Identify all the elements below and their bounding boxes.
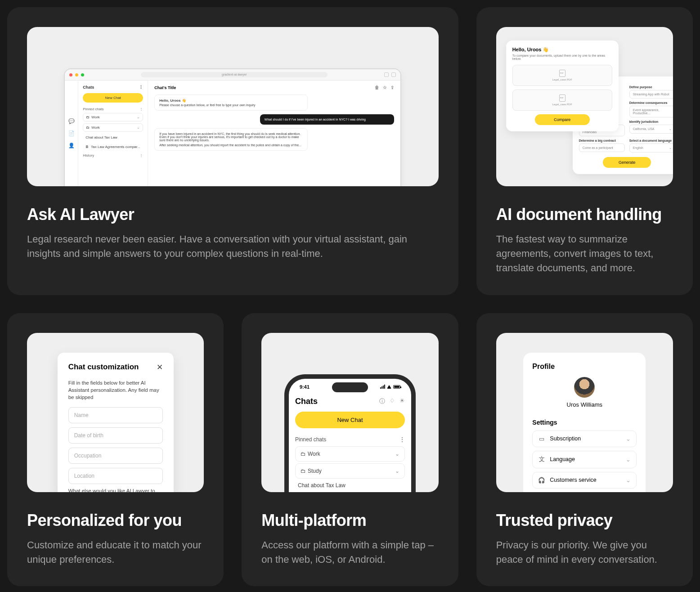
setting-label: Subscription (550, 435, 581, 442)
trash-icon[interactable]: 🗑 (375, 85, 379, 90)
card-privacy: Profile Uros Williams Settings ▭ Subscri… (476, 313, 693, 587)
sidebar-item-label: Tax Law Agreements compar... (91, 145, 140, 149)
sidebar-item-agreements[interactable]: 🗎 Tax Law Agreements compar... (83, 143, 143, 151)
document-icon: 📄 (68, 130, 75, 136)
form-value: Event appearance, Productive... (633, 108, 672, 115)
chat-item[interactable]: Chat about Tax Law (295, 480, 405, 490)
setting-language[interactable]: 文 Language ⌄ (532, 451, 637, 468)
folder-label: Study (308, 468, 322, 474)
form-field[interactable]: Streaming App with Robot (629, 90, 673, 99)
sidebar-folder-work-2[interactable]: 🗀 Work ⌄ (83, 123, 143, 132)
setting-support[interactable]: 🎧 Customers service ⌄ (532, 472, 637, 489)
ai-response-text: After seeking medical attention, you sho… (159, 144, 303, 147)
form-label: Determine a big contract (579, 139, 625, 142)
card-title: Multi-platform (261, 511, 438, 530)
signal-icon (380, 385, 385, 389)
upload-drop-1[interactable]: Legal_case.PDF (512, 65, 612, 86)
user-message-bubble: What should I do if I've been injured in… (260, 114, 394, 125)
avatar (574, 377, 595, 398)
chevron-down-icon: ⌄ (137, 115, 140, 119)
form-field[interactable]: California, USA⌄ (629, 125, 673, 134)
greeting-text: Hello, Uroos 👋 (159, 99, 303, 103)
card-description: Access our platform with a simple tap – … (261, 538, 438, 567)
pinned-section: Pinned chats ⋮ (83, 107, 143, 111)
phone-notch (332, 382, 368, 392)
chat-item-label: Chat about Tax Law (298, 482, 346, 489)
card-personalized: Chat customization ✕ Fill in the fields … (7, 313, 224, 587)
chat-customization-modal: Chat customization ✕ Fill in the fields … (58, 353, 174, 492)
folder-work[interactable]: 🗀 Work ⌄ (295, 446, 405, 462)
form-field[interactable]: Event appearance, Productive... (629, 106, 673, 117)
form-label: Identify jurisdiction (629, 120, 673, 123)
sun-icon[interactable]: ☀ (399, 397, 405, 405)
ai-response-text: If you have been injured in an accident … (159, 132, 303, 142)
chevron-down-icon: ⌄ (669, 127, 672, 131)
close-icon[interactable]: ✕ (157, 363, 163, 372)
browser-body: 💬 📄 👤 Chats ⋮ New Chat Pinned chats ⋮ (65, 81, 400, 186)
pdf-icon (559, 70, 565, 77)
doc-stack: .. .. Define purpose Streaming App with … (496, 27, 673, 186)
pin-icon[interactable]: ☆ (383, 85, 387, 90)
ai-greeting-bubble: Hello, Uroos 👋 Please choose a question … (154, 94, 308, 111)
menu-dots-icon: ⋮ (139, 153, 143, 157)
bell-icon[interactable]: ♢ (390, 397, 395, 405)
folder-icon: 🗀 (301, 451, 306, 457)
browser-toolbar: gradient-ai-lawyer (65, 69, 400, 81)
personal-illustration: Chat customization ✕ Fill in the fields … (27, 333, 204, 492)
folder-icon: 🗀 (86, 115, 90, 119)
dob-field[interactable]: Date of birth (68, 427, 163, 444)
form-value: Streaming App with Robot (633, 93, 669, 96)
card-description: The fastest way to summarize agreements,… (496, 232, 673, 275)
form-label: Select a document language (629, 139, 673, 142)
extra-question: What else would you like AI Lawyer to kn… (68, 488, 163, 492)
headset-icon: 🎧 (538, 477, 545, 484)
profile-panel: Profile Uros Williams Settings ▭ Subscri… (523, 353, 646, 492)
info-icon[interactable]: ⓘ (379, 397, 385, 405)
sidebar-title-text: Chats (83, 85, 94, 90)
browser-mock: gradient-ai-lawyer 💬 📄 👤 Chats ⋮ (64, 68, 401, 186)
sidebar-item-label: Chat about Tax Law (85, 135, 117, 139)
phone-title: Chats (295, 397, 318, 406)
compare-panel: Hello, Uroos 👋 To compare your documents… (506, 40, 619, 131)
upload-drop-2[interactable]: Legal_case.PDF (512, 90, 612, 111)
profile-header: Profile (532, 363, 637, 371)
folder-study[interactable]: 🗀 Study ⌄ (295, 463, 405, 479)
form-field[interactable]: English⌄ (629, 144, 673, 152)
name-field[interactable]: Name (68, 407, 163, 423)
card-description: Privacy is our priority. We give you pea… (496, 538, 673, 567)
pdf-icon (559, 94, 565, 102)
new-chat-button[interactable]: New Chat (83, 93, 143, 103)
chat-sidebar: Chats ⋮ New Chat Pinned chats ⋮ 🗀 Work ⌄ (78, 81, 148, 186)
folder-label: Work (308, 451, 320, 457)
menu-dots-icon[interactable]: ⋮ (399, 436, 405, 443)
occupation-field[interactable]: Occupation (68, 448, 163, 464)
traffic-light-max-icon (81, 73, 84, 76)
chevron-down-icon: ⌄ (395, 451, 399, 457)
profile-name: Uros Williams (532, 401, 637, 408)
modal-title: Chat customization (68, 363, 139, 372)
prompt-text: Please choose a question below, or feel … (159, 103, 303, 107)
sidebar-folder-work[interactable]: 🗀 Work ⌄ (83, 113, 143, 121)
phone-mock: 9:41 Chats ⓘ ♢ ☀ New Chat (284, 374, 416, 492)
url-bar: gradient-ai-lawyer (141, 72, 328, 77)
share-icon[interactable]: ⇪ (390, 85, 394, 90)
browser-action-icon (391, 72, 396, 77)
phone-actions: ⓘ ♢ ☀ (379, 397, 405, 405)
setting-subscription[interactable]: ▭ Subscription ⌄ (532, 431, 637, 447)
location-field[interactable]: Location (68, 468, 163, 484)
form-field[interactable]: Come as a participant (579, 144, 625, 152)
generate-button[interactable]: Generate (603, 157, 651, 168)
chevron-down-icon: ⌄ (395, 468, 399, 474)
folder-icon: 🗀 (86, 126, 90, 130)
history-label: History (83, 153, 94, 157)
chat-icon: 💬 (68, 118, 75, 124)
sidebar-item-tax-law[interactable]: Chat about Tax Law (83, 134, 143, 141)
chevron-down-icon: ⌄ (669, 146, 672, 150)
new-chat-button[interactable]: New Chat (295, 412, 405, 428)
modal-description: Fill in the fields below for better AI A… (68, 379, 163, 401)
card-multi-platform: 9:41 Chats ⓘ ♢ ☀ New Chat (242, 313, 458, 587)
multi-illustration: 9:41 Chats ⓘ ♢ ☀ New Chat (261, 333, 438, 492)
privacy-illustration: Profile Uros Williams Settings ▭ Subscri… (496, 333, 673, 492)
form-value: English (633, 146, 643, 150)
compare-button[interactable]: Compare (535, 114, 590, 125)
